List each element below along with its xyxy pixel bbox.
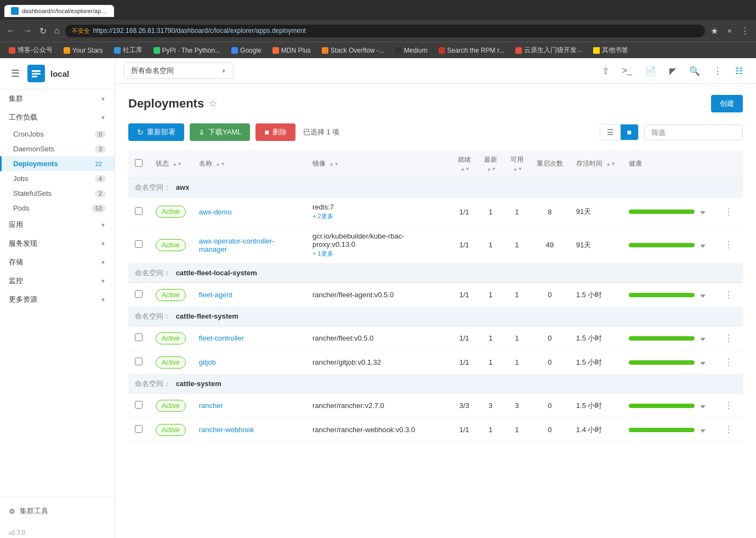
th-image[interactable]: 镜像 ▲▼ [306,150,451,178]
health-expand-button[interactable] [698,290,708,301]
health-expand-button[interactable] [698,424,708,435]
row-checkbox[interactable] [135,401,143,409]
home-button[interactable]: ⌂ [52,25,62,37]
sidebar-item-pods[interactable]: Pods 53 [0,201,115,216]
storage-header[interactable]: 存储 ▼ [0,253,115,271]
more-options-button[interactable]: ⋮ [709,63,726,79]
health-expand-button[interactable] [698,357,708,368]
sidebar-item-cronjobs[interactable]: CronJobs 0 [0,127,115,141]
health-expand-button[interactable] [698,206,708,217]
row-checkbox-cell[interactable] [128,197,149,226]
row-checkbox[interactable] [135,333,143,341]
row-name: awx-demo [192,197,306,226]
sidebar-item-jobs[interactable]: Jobs 4 [0,171,115,186]
forward-button[interactable]: → [21,25,34,37]
sidebar-item-daemonsets[interactable]: DaemonSets 3 [0,141,115,156]
row-checkbox-cell[interactable] [128,394,149,418]
row-checkbox-cell[interactable] [128,226,149,264]
star-icon[interactable]: ☆ [208,98,217,110]
refresh-button[interactable]: ↻ [37,25,49,37]
bookmark-blog[interactable]: 博客-公众号 [4,44,57,56]
row-health [622,350,714,375]
address-bar[interactable]: 不安全 https://192.168.26.81:31790/dashboar… [65,25,705,37]
bookmark-other[interactable]: 其他书签 [589,44,633,56]
terminal-button[interactable]: >_ [618,63,636,78]
apps-section-header[interactable]: 应用 ▼ [0,216,115,234]
health-expand-button[interactable] [698,333,708,344]
back-button[interactable]: ← [4,25,18,37]
row-more-button[interactable]: ⋮ [721,399,736,412]
hamburger-button[interactable]: ☰ [9,65,22,82]
row-checkbox-cell[interactable] [128,283,149,307]
delete-button[interactable]: ■ 删除 [255,123,295,141]
deployment-link[interactable]: fleet-controller [199,334,244,342]
row-checkbox-cell[interactable] [128,326,149,350]
monitoring-header[interactable]: 监控 ▼ [0,271,115,290]
row-more-button[interactable]: ⋮ [721,356,736,369]
bookmark-cloudnative[interactable]: 云原生入门级开发... [511,44,587,56]
th-uptime[interactable]: 存活时间 ▲▼ [570,150,622,178]
profile-button[interactable]: ⚬ [724,25,735,37]
th-select-all[interactable] [128,150,149,178]
row-ready: 1/1 [451,283,478,307]
deployment-link[interactable]: gitjob [199,358,216,366]
th-status[interactable]: 状态 ▲▼ [149,150,192,178]
service-discovery-header[interactable]: 服务发现 ▼ [0,234,115,253]
row-checkbox-cell[interactable] [128,350,149,375]
bookmark-stackoverflow[interactable]: Stack Overflow -... [317,46,389,55]
bookmark-label-mdn: MDN Plus [281,47,311,54]
row-checkbox-cell[interactable] [128,418,149,442]
search-button[interactable]: 🔍 [685,63,704,79]
health-expand-button[interactable] [698,240,708,251]
deployment-link[interactable]: awx-demo [199,208,232,216]
row-more-button[interactable]: ⋮ [721,288,736,301]
grid-toggle-button[interactable]: ■ [621,124,638,140]
row-checkbox[interactable] [135,290,143,298]
active-tab[interactable]: dashboard/c/local/explorer/apps.deployme… [4,5,114,17]
health-expand-button[interactable] [698,400,708,411]
grid-view-button[interactable]: ☷ [731,63,747,79]
th-name[interactable]: 名称 ▲▼ [192,150,306,178]
row-more-button[interactable]: ⋮ [721,206,736,218]
file-button[interactable]: 📄 [641,63,661,79]
bookmark-mdn[interactable]: MDN Plus [268,46,315,55]
bookmark-stars[interactable]: Your Stars [59,46,107,55]
extensions-button[interactable]: ★ [708,25,720,37]
more-images-link[interactable]: + 2更多 [312,212,445,220]
select-all-checkbox[interactable] [135,159,143,167]
row-more-button[interactable]: ⋮ [721,332,736,344]
bookmark-shegongku[interactable]: 社工库 [110,44,147,56]
deployment-link[interactable]: rancher-webhook [199,426,254,434]
row-more-button[interactable]: ⋮ [721,423,736,436]
copy-button[interactable]: ◤ [665,63,680,79]
redeploy-button[interactable]: ↻ 重新部署 [128,123,184,141]
menu-button[interactable]: ⋮ [738,25,752,37]
upload-button[interactable]: ⇧ [598,63,613,79]
list-view-button[interactable]: ☰ [600,124,621,140]
download-yaml-button[interactable]: ⇓ 下载YAML [190,123,250,141]
deployment-link[interactable]: awx-operator-controller-manager [199,237,275,253]
deployment-link[interactable]: rancher [199,401,223,410]
bookmark-medium[interactable]: Medium [391,46,432,55]
sidebar-item-statefulsets[interactable]: StatefulSets 2 [0,186,115,201]
row-checkbox[interactable] [135,240,143,248]
ns-prefix-awx: 命名空间： [135,183,170,191]
namespace-selector[interactable]: 所有命名空间 ▼ [124,63,234,79]
bookmark-pypi[interactable]: PyPI · The Python... [149,46,225,55]
bookmark-google[interactable]: Google [227,46,266,55]
row-checkbox[interactable] [135,207,143,215]
row-checkbox[interactable] [135,425,143,433]
create-button[interactable]: 创建 [711,95,743,112]
row-image: rancher/rancher-webhook:v0.3.0 [306,418,451,442]
filter-input[interactable] [644,124,743,140]
more-resources-header[interactable]: 更多资源 ▼ [0,290,115,309]
sidebar-item-deployments[interactable]: Deployments 22 [0,156,115,171]
row-checkbox[interactable] [135,358,143,365]
row-more-button[interactable]: ⋮ [721,239,736,251]
cluster-section-header[interactable]: 集群 ▼ [0,89,115,108]
cluster-tools-button[interactable]: ⚙ 集群工具 [9,504,106,518]
bookmark-rpm[interactable]: Search the RPM r... [434,46,509,55]
deployment-link[interactable]: fleet-agent [199,291,232,299]
more-images-link[interactable]: + 1更多 [312,250,445,258]
workloads-section-header[interactable]: 工作负载 ▼ [0,108,115,127]
